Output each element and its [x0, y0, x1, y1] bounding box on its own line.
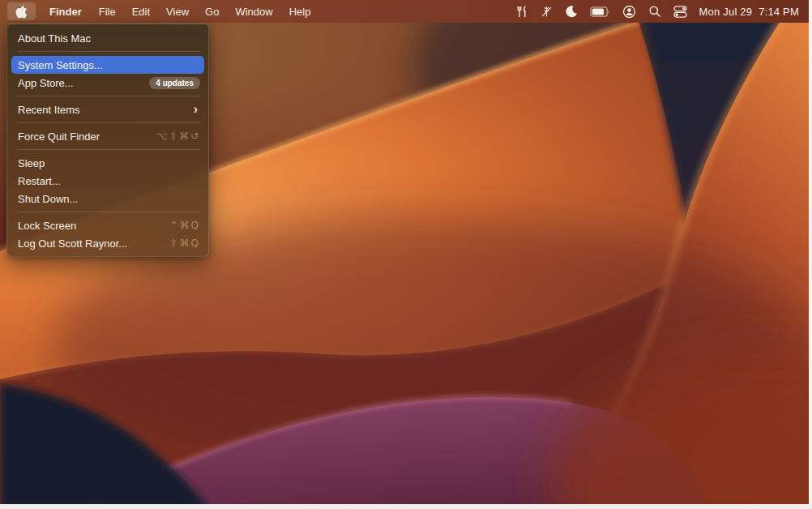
- menubar-item-help[interactable]: Help: [281, 0, 319, 23]
- menu-separator: [17, 149, 201, 150]
- menu-separator: [17, 212, 201, 212]
- menu-item-label: Recent Items: [18, 104, 80, 116]
- menubar-item-file[interactable]: File: [91, 0, 124, 23]
- menu-item-system-settings[interactable]: System Settings...: [11, 56, 204, 74]
- menu-item-sleep[interactable]: Sleep: [7, 154, 208, 172]
- clock-time: 7:14 PM: [759, 6, 799, 18]
- menu-item-recent-items[interactable]: Recent Items ›: [7, 101, 208, 118]
- menu-item-label: About This Mac: [18, 32, 91, 45]
- menu-separator: [17, 122, 201, 123]
- menu-item-label: Sleep: [18, 157, 45, 169]
- menu-bar: Finder File Edit View Go Window Help: [0, 0, 812, 23]
- control-center-icon[interactable]: [673, 0, 687, 23]
- apple-menu-button[interactable]: [7, 2, 36, 20]
- menu-item-log-out[interactable]: Log Out Scott Raynor... ⇧⌘Q: [7, 234, 208, 252]
- shortcut-label: ⌃⌘Q: [170, 220, 201, 231]
- menubar-item-finder[interactable]: Finder: [41, 0, 91, 23]
- shortcut-label: ⇧⌘Q: [170, 237, 201, 249]
- menu-item-label: Log Out Scott Raynor...: [18, 237, 127, 250]
- battery-icon[interactable]: [590, 0, 610, 23]
- update-count-badge: 4 updates: [149, 77, 200, 89]
- menu-item-label: Force Quit Finder: [18, 130, 100, 143]
- menubar-item-view[interactable]: View: [158, 0, 197, 23]
- apple-logo-icon: [15, 5, 28, 19]
- menu-separator: [17, 51, 201, 52]
- menu-item-label: Lock Screen: [18, 220, 76, 232]
- menu-item-label: Shut Down...: [18, 193, 78, 205]
- menu-bar-left: Finder File Edit View Go Window Help: [0, 0, 318, 23]
- utensils-icon[interactable]: [516, 0, 528, 23]
- menubar-item-go[interactable]: Go: [197, 0, 227, 23]
- menu-item-app-store[interactable]: App Store... 4 updates: [7, 74, 208, 92]
- menu-item-about-this-mac[interactable]: About This Mac: [7, 29, 208, 47]
- menu-item-label: Restart...: [18, 175, 61, 187]
- menubar-clock[interactable]: Mon Jul 29 7:14 PM: [699, 6, 799, 18]
- focus-moon-icon[interactable]: [565, 0, 578, 23]
- chevron-right-icon: ›: [194, 103, 198, 116]
- shortcut-label: ⌥⇧⌘↺: [156, 130, 200, 142]
- menu-item-label: System Settings...: [18, 59, 103, 71]
- menu-item-lock-screen[interactable]: Lock Screen ⌃⌘Q: [7, 216, 208, 234]
- screenshot-edge-right: [809, 0, 812, 509]
- menubar-item-edit[interactable]: Edit: [124, 0, 158, 23]
- menu-separator: [17, 96, 201, 96]
- mic-off-icon[interactable]: [541, 0, 553, 23]
- menu-item-force-quit-finder[interactable]: Force Quit Finder ⌥⇧⌘↺: [7, 127, 208, 145]
- menubar-item-window[interactable]: Window: [227, 0, 280, 23]
- spotlight-search-icon[interactable]: [648, 0, 661, 23]
- menu-item-label: App Store...: [18, 77, 74, 89]
- menu-bar-status-area: Mon Jul 29 7:14 PM: [516, 0, 812, 23]
- desktop: Finder File Edit View Go Window Help: [0, 0, 812, 509]
- screenshot-edge-bottom: [0, 504, 812, 509]
- clock-date: Mon Jul 29: [699, 6, 753, 18]
- apple-menu: About This Mac System Settings... App St…: [6, 24, 209, 257]
- menu-item-restart[interactable]: Restart...: [7, 172, 208, 190]
- menu-item-shut-down[interactable]: Shut Down...: [7, 190, 208, 207]
- user-switch-icon[interactable]: [622, 0, 636, 23]
